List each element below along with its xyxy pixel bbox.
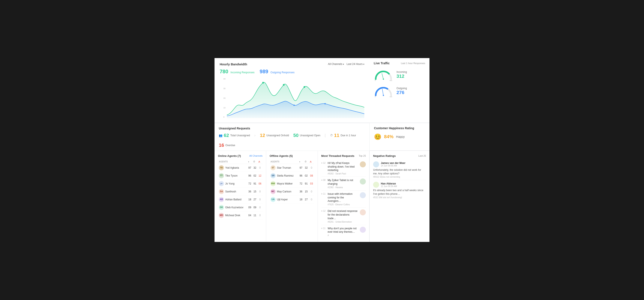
table-row: MW Mayra Walker 72 91 03	[270, 180, 314, 188]
list-item: Han Alderan 12 Jun 09:56 AM It's already…	[373, 180, 426, 200]
online-agents-table: AGENTS ♦ ⏱ ⚠ YA Yod Agbaria 97 32 0 TT T…	[218, 160, 262, 220]
agent-assign: 96	[247, 172, 252, 180]
online-agents-panel: Online Agents (7) All Channels AGENTS ♦ …	[214, 151, 266, 242]
time-filter[interactable]: Last 24 Hours	[346, 62, 364, 66]
negative-title: Negative Ratings	[373, 154, 396, 158]
col-over-header: ⚠	[258, 160, 262, 164]
channels-filter[interactable]: All Channels	[328, 62, 344, 66]
avatar	[373, 161, 379, 167]
avatar	[360, 192, 366, 198]
svg-line-40	[382, 89, 384, 95]
avatar: MC	[270, 189, 276, 194]
table-row: UA Ujil Axper 18 27 0	[270, 196, 314, 203]
agent-name: Santhosh	[225, 190, 236, 193]
due-stat: ⏱ 11 Due in 1 hour	[330, 133, 356, 138]
due-number: 11	[334, 133, 339, 138]
agent-over: 0	[258, 196, 262, 203]
thread-count-icon: ≡ 11	[321, 192, 326, 195]
avatar: TT	[219, 173, 224, 178]
onhold-number: 12	[260, 133, 265, 138]
thread-meta: #9282 · Sarah Paul	[328, 172, 358, 175]
agent-time: 32	[252, 164, 258, 172]
list-item: ≡ 11 Issue with information coming for t…	[321, 190, 366, 208]
svg-point-5	[262, 82, 264, 84]
thread-meta: #2382 · Havana	[328, 186, 358, 188]
offline-agents-panel: Offline Agents (5) AGENTS ♦ ⏱ ⚠ ST Star …	[266, 151, 318, 242]
col-assign-header: ♦	[247, 160, 252, 164]
thread-message: Hi! My zPad Keeps shutting down. I've tr…	[328, 161, 358, 172]
neg-tag: #8422 Stylus not connecting	[373, 176, 426, 178]
agent-time: 11	[252, 211, 258, 219]
agent-name: Yod Agbaria	[225, 166, 239, 169]
list-item: ≡ 12 Hi! My zPad Keeps shutting down. I'…	[321, 160, 366, 177]
neg-date: 14 Jun 09:56 AM	[381, 164, 406, 167]
avatar	[360, 209, 366, 215]
agent-over: 0	[258, 188, 262, 196]
agent-time: 27	[304, 196, 309, 203]
agent-name: Adrian Ballard	[225, 198, 241, 201]
total-unassigned-stat: 👥 62 Total Unassigned	[219, 133, 250, 138]
table-row: MC May Carlson 36 15 0	[270, 188, 314, 196]
svg-point-6	[283, 84, 284, 86]
avatar: YA	[219, 165, 224, 170]
table-row: GK Gleb Kuznetsov 09 09 0	[218, 203, 262, 211]
thread-count-icon: ≡ 12	[321, 161, 326, 164]
agent-assign: 72	[247, 180, 252, 188]
agent-over: 03	[309, 180, 314, 188]
incoming-gauge: 0 400 Incoming 312	[374, 68, 425, 81]
avatar: SR	[270, 173, 276, 178]
avatar: AB	[219, 197, 224, 202]
col-agents-header-off: AGENTS	[270, 160, 298, 164]
agent-assign: 36	[247, 188, 252, 196]
happy-emoji: 😊	[374, 133, 382, 140]
col-time-header: ⏱	[252, 160, 258, 164]
thread-message: My Zylker Tablet is not charging	[328, 178, 358, 186]
unassigned-section: Unassigned Requests 👥 62 Total Unassigne…	[214, 123, 370, 151]
offline-agents-title: Offline Agents (5)	[270, 154, 293, 158]
dashboard: Hourly Bandwidth All Channels Last 24 Ho…	[214, 58, 430, 242]
onhold-label: Unassigned Onhold	[266, 134, 289, 137]
threaded-requests-panel: Most Threaded Requests Top 25 ≡ 12 Hi! M…	[318, 151, 370, 242]
thread-message: Did not received response for the declar…	[328, 209, 358, 220]
agent-assign: 18	[298, 196, 304, 203]
outgoing-label: Outgoing Responses	[270, 71, 294, 74]
agent-name: Star Truman	[277, 166, 291, 169]
thread-message: Issue with information coming for the Av…	[328, 192, 358, 203]
agent-time: 02	[252, 172, 258, 180]
online-agents-filter[interactable]: All Channels	[249, 154, 262, 157]
happiness-label: Happy	[396, 135, 404, 138]
thread-meta: #8291 · United Bennetion	[328, 221, 358, 223]
agent-assign: 97	[298, 164, 304, 172]
thread-meta: #	[328, 234, 358, 236]
table-row: JY Jo Yung 72 91 06	[218, 180, 262, 188]
live-traffic-title: Live Traffic	[374, 62, 390, 65]
neg-comment: It's already been two and a half weeks s…	[373, 188, 426, 196]
outgoing-gauge: 0 400 Outgoing 276	[374, 85, 425, 98]
unassigned-title: Unassigned Requests	[219, 127, 365, 130]
negative-ratings-panel: Negative Ratings Last 25 James van der M…	[370, 151, 430, 242]
outgoing-label: Outgoing	[396, 87, 407, 90]
agent-over: 0	[309, 196, 314, 203]
agent-time: 15	[252, 188, 258, 196]
avatar	[360, 178, 366, 184]
agent-name: Gleb Kuznetsov	[225, 206, 244, 209]
neg-date: 12 Jun 09:56 AM	[381, 185, 397, 188]
agent-time: 27	[252, 196, 258, 203]
agent-name: Stella Ramirez	[277, 174, 294, 177]
thread-count-icon: ≡ 12	[321, 209, 326, 212]
svg-point-8	[294, 104, 295, 106]
avatar: GK	[219, 205, 224, 210]
thread-message: Why don't you people not ever tried any …	[328, 227, 358, 234]
neg-comment: Unfortunately, the solution did not work…	[373, 168, 426, 176]
total-number: 62	[224, 133, 229, 138]
avatar: JY	[219, 181, 224, 186]
thread-meta: #7625 · Eleanor Collins	[328, 203, 358, 206]
happiness-title: Customer Happiness Rating	[374, 126, 414, 130]
table-row: AB Adrian Ballard 18 27 0	[218, 196, 262, 203]
live-traffic-subtitle: Last 1 hour Responses	[401, 62, 425, 64]
agent-name: May Carlson	[277, 190, 291, 193]
agent-name: Mayra Walker	[277, 182, 293, 185]
table-row: MD Micheal Drek 04 11 0	[218, 211, 262, 219]
svg-text:0: 0	[375, 96, 376, 98]
agent-time: 91	[304, 180, 309, 188]
